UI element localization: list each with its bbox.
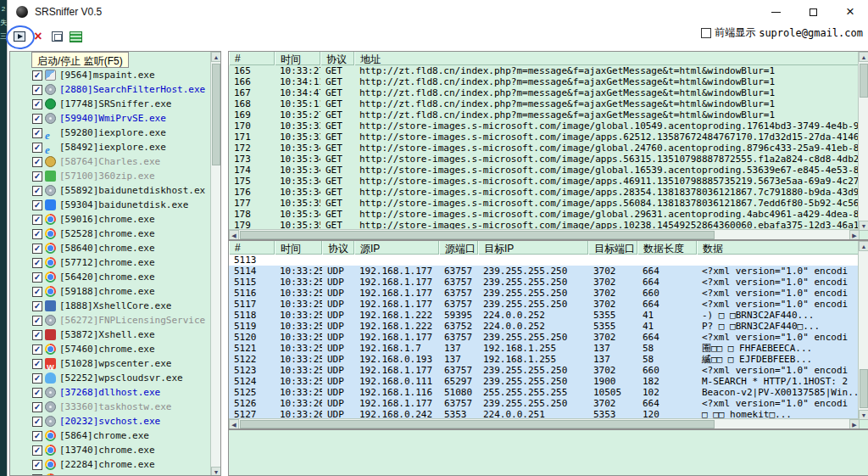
- process-list-item[interactable]: [58492]iexplore.exe: [10, 140, 212, 154]
- process-checkbox[interactable]: [32, 128, 42, 138]
- table-row[interactable]: 17010:35:33GEThttp://store-images.s-micr…: [229, 120, 860, 132]
- process-checkbox[interactable]: [32, 85, 42, 95]
- process-checkbox[interactable]: [32, 359, 42, 369]
- scroll-up-arrow-icon[interactable]: [859, 241, 868, 251]
- scroll-left-arrow-icon[interactable]: [229, 230, 239, 240]
- table-row[interactable]: 511810:33:25UDP192.168.1.22259395224.0.0…: [229, 310, 860, 321]
- column-header[interactable]: 数据: [697, 241, 860, 255]
- scroll-right-arrow-icon[interactable]: [849, 419, 860, 429]
- packet-table-vscrollbar[interactable]: [858, 241, 868, 420]
- column-header[interactable]: 数据长度: [637, 241, 697, 255]
- column-header[interactable]: #: [229, 52, 275, 65]
- process-checkbox[interactable]: [32, 171, 42, 182]
- http-table-hscrollbar[interactable]: [229, 229, 860, 239]
- packet-table-hscrollbar[interactable]: [229, 418, 860, 428]
- table-row[interactable]: 5113: [229, 255, 860, 266]
- table-row[interactable]: 17310:35:34GEThttp://store-images.s-micr…: [229, 154, 860, 165]
- process-checkbox[interactable]: [32, 445, 42, 456]
- table-row[interactable]: 17410:35:34GEThttp://store-images.s-micr…: [229, 165, 860, 176]
- process-list-item[interactable]: [55892]baidunetdiskhost.ex: [10, 183, 212, 198]
- process-checkbox[interactable]: [32, 99, 42, 109]
- process-checkbox[interactable]: [32, 229, 42, 239]
- scrollbar-thumb[interactable]: [860, 64, 868, 98]
- minimize-button[interactable]: [757, 0, 794, 24]
- table-row[interactable]: 512210:33:25UDP192.168.0.193137192.168.1…: [229, 354, 860, 365]
- process-checkbox[interactable]: [32, 417, 42, 427]
- process-list-item[interactable]: [57460]chrome.exe: [10, 342, 212, 356]
- column-header[interactable]: 协议: [320, 52, 354, 65]
- process-checkbox[interactable]: [32, 157, 42, 167]
- table-row[interactable]: 512410:33:25UDP192.168.0.11165297239.255…: [229, 376, 860, 387]
- process-list-item[interactable]: [58640]chrome.exe: [10, 241, 212, 255]
- process-list-item[interactable]: [22284]chrome.exe: [10, 457, 212, 472]
- scroll-down-arrow-icon[interactable]: [859, 410, 868, 420]
- process-list-item[interactable]: [59188]chrome.exe: [10, 284, 212, 299]
- column-header[interactable]: 地址: [354, 52, 860, 65]
- process-checkbox[interactable]: [32, 460, 42, 470]
- process-checkbox[interactable]: [32, 388, 42, 398]
- process-checkbox[interactable]: [32, 344, 42, 355]
- process-checkbox[interactable]: [32, 316, 42, 326]
- table-row[interactable]: 16510:33:27GEThttp://zt.fld8.cn/index.ph…: [229, 65, 860, 76]
- table-row[interactable]: 512010:33:25UDP192.168.1.17763757239.255…: [229, 332, 860, 343]
- table-row[interactable]: 17610:35:34GEThttp://store-images.s-micr…: [229, 187, 860, 198]
- scroll-down-arrow-icon[interactable]: [859, 221, 868, 231]
- process-list-item[interactable]: [59280]iexplore.exe: [10, 126, 212, 140]
- process-list-item[interactable]: [4556]chrome.exe: [10, 472, 212, 476]
- column-header[interactable]: 目标IP: [478, 241, 588, 255]
- process-checkbox[interactable]: [32, 330, 42, 340]
- column-header[interactable]: 目标端口: [588, 241, 637, 255]
- table-row[interactable]: 511910:33:25UDP192.168.1.22263752224.0.0…: [229, 321, 860, 332]
- column-header[interactable]: 时间: [275, 241, 322, 255]
- scroll-right-arrow-icon[interactable]: [849, 230, 860, 240]
- process-list-item[interactable]: [33360]taskhostw.exe: [10, 400, 212, 414]
- process-list-item[interactable]: [53872]Xshell.exe: [10, 328, 212, 342]
- table-row[interactable]: 512310:33:25UDP192.168.1.17763757239.255…: [229, 365, 860, 376]
- process-checkbox[interactable]: [32, 143, 42, 153]
- table-row[interactable]: 511610:33:25UDP192.168.1.17763757239.255…: [229, 288, 860, 299]
- scrollbar-thumb[interactable]: [860, 369, 868, 408]
- process-list-item[interactable]: [37268]dllhost.exe: [10, 385, 212, 400]
- table-row[interactable]: 16810:35:11GEThttp://zt.fld8.cn/index.ph…: [229, 98, 860, 109]
- process-list-item[interactable]: [17748]SRSniffer.exe: [10, 97, 212, 111]
- table-row[interactable]: 17210:35:34GEThttp://store-images.s-micr…: [229, 143, 860, 154]
- process-checkbox[interactable]: [32, 186, 42, 196]
- process-list-item[interactable]: [52528]chrome.exe: [10, 227, 212, 241]
- table-row[interactable]: 17710:35:35GEThttp://store-images.s-micr…: [229, 198, 860, 209]
- process-list-item[interactable]: [57712]chrome.exe: [10, 255, 212, 270]
- scroll-down-arrow-icon[interactable]: [211, 467, 221, 476]
- table-row[interactable]: 512110:33:25UDP192.168.1.7137192.168.1.2…: [229, 343, 860, 354]
- filter-button[interactable]: [48, 28, 65, 45]
- scrollbar-thumb[interactable]: [212, 64, 220, 165]
- process-checkbox[interactable]: [32, 431, 42, 441]
- frontend-display-checkbox[interactable]: [701, 28, 711, 38]
- column-header[interactable]: 时间: [275, 52, 320, 65]
- process-checkbox[interactable]: [32, 70, 42, 81]
- process-checkbox[interactable]: [32, 258, 42, 268]
- process-checkbox[interactable]: [32, 114, 42, 124]
- process-list-item[interactable]: [59304]baidunetdisk.exe: [10, 198, 212, 212]
- close-button[interactable]: [832, 0, 868, 24]
- maximize-button[interactable]: [794, 0, 832, 24]
- process-list-item[interactable]: [58764]Charles.exe: [10, 154, 212, 169]
- process-checkbox[interactable]: [32, 402, 42, 412]
- process-checkbox[interactable]: [32, 287, 42, 297]
- table-row[interactable]: 16710:34:47GEThttp://zt.fld8.cn/index.ph…: [229, 87, 860, 98]
- process-list-item[interactable]: [56272]FNPLicensingService: [10, 313, 212, 328]
- process-list-item[interactable]: [59016]chrome.exe: [10, 212, 212, 227]
- table-row[interactable]: 511410:33:25UDP192.168.1.17763757239.255…: [229, 266, 860, 277]
- process-list-item[interactable]: [13740]chrome.exe: [10, 443, 212, 457]
- table-row[interactable]: 16610:34:11GEThttp://zt.fld8.cn/index.ph…: [229, 76, 860, 87]
- table-row[interactable]: 512610:33:26UDP192.168.1.17763757239.255…: [229, 398, 860, 409]
- scroll-left-arrow-icon[interactable]: [229, 419, 239, 429]
- process-list-item[interactable]: [59940]WmiPrvSE.exe: [10, 111, 212, 126]
- process-checkbox[interactable]: [32, 215, 42, 225]
- process-checkbox[interactable]: [32, 272, 42, 283]
- table-row[interactable]: 511710:33:25UDP192.168.1.17763757239.255…: [229, 299, 860, 310]
- table-row[interactable]: 511510:33:25UDP192.168.1.17763757239.255…: [229, 277, 860, 288]
- process-list-item[interactable]: [20232]svchost.exe: [10, 414, 212, 428]
- scroll-up-arrow-icon[interactable]: [211, 52, 221, 62]
- process-list-item[interactable]: [2880]SearchFilterHost.exe: [10, 82, 212, 97]
- process-list-item[interactable]: [5864]chrome.exe: [10, 428, 212, 443]
- process-checkbox[interactable]: [32, 200, 42, 210]
